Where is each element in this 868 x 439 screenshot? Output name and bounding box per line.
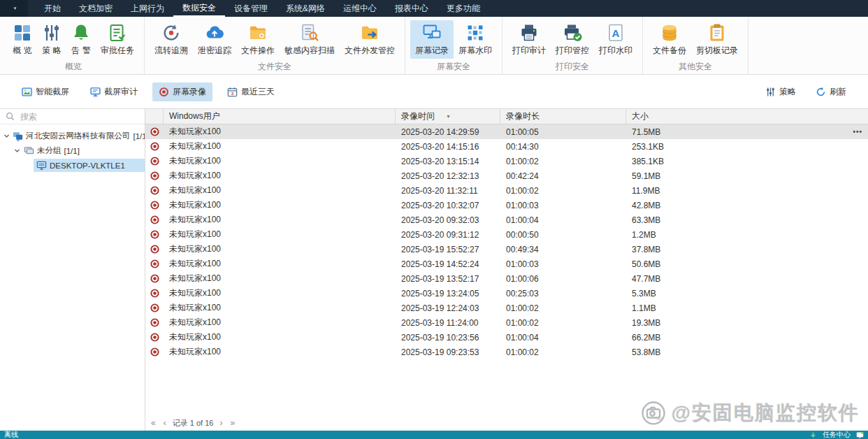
row-time: 2025-03-20 09:31:12 bbox=[396, 230, 500, 240]
screen-record-icon bbox=[422, 23, 442, 43]
record-dot-icon bbox=[150, 171, 159, 180]
message-icon[interactable] bbox=[856, 431, 864, 439]
ribbon-item-file-backup[interactable]: 文件备份 bbox=[648, 20, 691, 59]
row-user: 未知玩家x100 bbox=[164, 331, 396, 343]
ribbon-item-file-send-control[interactable]: 文件外发管控 bbox=[340, 20, 400, 59]
table-row[interactable]: 未知玩家x1002025-03-20 13:15:1401:00:02385.1… bbox=[145, 154, 868, 168]
toolbar-button-last-three-days[interactable]: 3最近三天 bbox=[221, 82, 281, 101]
tree-item-ungrouped[interactable]: 未分组[1/1] bbox=[0, 143, 145, 158]
row-duration: 01:00:02 bbox=[500, 303, 626, 313]
ribbon-item-alert[interactable]: 告 警 bbox=[66, 20, 96, 59]
filter-dropdown-icon[interactable]: ▼ bbox=[446, 114, 451, 119]
ribbon-item-print-watermark[interactable]: A打印水印 bbox=[594, 20, 637, 59]
task-center-button[interactable]: 任务中心 bbox=[823, 430, 851, 439]
menu-item-doc-encrypt[interactable]: 文档加密 bbox=[70, 0, 122, 17]
table-row[interactable]: 未知玩家x1002025-03-19 11:24:0001:00:0219.3M… bbox=[145, 315, 868, 330]
row-time: 2025-03-19 09:23:53 bbox=[396, 347, 500, 357]
menu-item-device-mgmt[interactable]: 设备管理 bbox=[225, 0, 277, 17]
row-duration: 00:49:34 bbox=[500, 245, 626, 254]
search-input[interactable] bbox=[19, 111, 139, 122]
row-duration: 01:00:02 bbox=[500, 186, 626, 196]
last-page-button[interactable]: » bbox=[229, 419, 236, 427]
column-header-label: 录像时间 bbox=[401, 110, 435, 122]
menu-item-data-security[interactable]: 数据安全 bbox=[173, 0, 225, 17]
row-time: 2025-03-20 12:32:13 bbox=[396, 171, 500, 181]
ribbon-item-policy[interactable]: 策 略 bbox=[37, 20, 66, 59]
table-row[interactable]: 未知玩家x1002025-03-20 12:32:1300:42:2459.1M… bbox=[145, 168, 868, 183]
column-header-user[interactable]: Windows用户 bbox=[164, 109, 396, 124]
record-dot-icon bbox=[150, 259, 159, 268]
table-row[interactable]: 未知玩家x1002025-03-20 14:29:5901:00:0571.5M… bbox=[145, 124, 868, 139]
menu-item-report-center[interactable]: 报表中心 bbox=[386, 0, 437, 17]
tree-item-label: DESKTOP-VLKTLE1 bbox=[50, 161, 125, 170]
table-row[interactable]: 未知玩家x1002025-03-20 09:32:0301:00:0463.3M… bbox=[145, 213, 868, 227]
first-page-button[interactable]: « bbox=[150, 419, 157, 427]
menu-item-sys-network[interactable]: 系统&网络 bbox=[277, 0, 334, 17]
ribbon-item-content-scan[interactable]: 敏感内容扫描 bbox=[280, 20, 340, 59]
calendar-icon: 3 bbox=[227, 87, 238, 97]
table-row[interactable]: 未知玩家x1002025-03-19 14:52:2401:00:0350.6M… bbox=[145, 257, 868, 271]
ribbon-item-screen-record[interactable]: 屏幕记录 bbox=[410, 20, 454, 59]
record-dot-icon bbox=[150, 318, 159, 327]
column-header-duration[interactable]: 录像时长 bbox=[500, 109, 626, 124]
table-row[interactable]: 未知玩家x1002025-03-20 09:31:1200:00:501.2MB bbox=[145, 227, 868, 242]
row-duration: 01:00:06 bbox=[500, 274, 626, 284]
ribbon-item-print-control[interactable]: 打印管控 bbox=[551, 20, 594, 59]
menubar: ▾ 开始文档加密上网行为数据安全设备管理系统&网络运维中心报表中心更多功能 bbox=[0, 0, 868, 17]
row-time: 2025-03-20 14:29:59 bbox=[396, 127, 500, 137]
tree-item-company[interactable]: 河北安固云网络科技有限公司[1/1] bbox=[0, 129, 145, 143]
printer-check-icon bbox=[563, 23, 582, 43]
tree-item-desktop-vlktle1[interactable]: DESKTOP-VLKTLE1 bbox=[0, 158, 145, 173]
ribbon-item-label: 打印审计 bbox=[512, 45, 546, 57]
ribbon-item-flow-trace[interactable]: 流转追溯 bbox=[150, 20, 193, 59]
ribbon-item-label: 屏幕水印 bbox=[458, 45, 492, 57]
column-header-size[interactable]: 大小 bbox=[626, 109, 868, 124]
table-row[interactable]: 未知玩家x1002025-03-19 09:23:5301:00:0253.8M… bbox=[145, 345, 868, 359]
ribbon-group-overview: 概 览策 略告 警审批任务概览 bbox=[3, 17, 145, 74]
column-header-label: 录像时长 bbox=[506, 110, 540, 122]
ribbon-item-print-audit[interactable]: 打印审计 bbox=[507, 20, 551, 59]
row-user: 未知玩家x100 bbox=[164, 302, 396, 314]
toolbar-button-refresh[interactable]: 刷新 bbox=[809, 82, 853, 101]
toolbar-button-screen-recording[interactable]: 屏幕录像 bbox=[152, 82, 212, 101]
record-dot-icon bbox=[150, 186, 159, 195]
folder-out-icon bbox=[360, 23, 379, 43]
ribbon-item-screen-watermark[interactable]: 屏幕水印 bbox=[454, 20, 497, 59]
ribbon-item-overview[interactable]: 概 览 bbox=[8, 20, 37, 59]
menu-item-web-behavior[interactable]: 上网行为 bbox=[122, 0, 173, 17]
row-duration: 00:14:30 bbox=[500, 142, 626, 152]
ribbon-item-approval-task[interactable]: 审批任务 bbox=[96, 20, 139, 59]
ribbon-item-file-ops[interactable]: 文件操作 bbox=[236, 20, 280, 59]
menu-item-ops-center[interactable]: 运维中心 bbox=[334, 0, 386, 17]
table-row[interactable]: 未知玩家x1002025-03-19 13:24:0500:25:035.3MB bbox=[145, 286, 868, 301]
app-menu-button[interactable]: ▾ bbox=[0, 0, 28, 17]
ribbon-item-leak-track[interactable]: 泄密追踪 bbox=[193, 20, 236, 59]
table-row[interactable]: 未知玩家x1002025-03-19 15:52:2700:49:3437.8M… bbox=[145, 242, 868, 257]
row-time: 2025-03-20 10:32:07 bbox=[396, 201, 500, 210]
next-page-button[interactable]: › bbox=[218, 419, 224, 427]
table-row[interactable]: 未知玩家x1002025-03-19 10:23:5601:00:0466.2M… bbox=[145, 330, 868, 345]
ribbon-item-clipboard-record[interactable]: 剪切板记录 bbox=[691, 20, 743, 59]
menu-item-start[interactable]: 开始 bbox=[35, 0, 70, 17]
chevron-down-icon[interactable] bbox=[14, 147, 21, 154]
menu-item-more-features[interactable]: 更多功能 bbox=[437, 0, 489, 17]
table-row[interactable]: 未知玩家x1002025-03-19 12:24:0301:00:021.1MB bbox=[145, 301, 868, 315]
row-size: 71.5MB bbox=[626, 127, 868, 137]
row-size: 59.1MB bbox=[626, 171, 868, 181]
row-duration: 00:42:24 bbox=[500, 171, 626, 181]
table-row[interactable]: 未知玩家x1002025-03-20 10:32:0701:00:0342.8M… bbox=[145, 198, 868, 213]
image-icon bbox=[22, 87, 32, 97]
table-row[interactable]: 未知玩家x1002025-03-20 14:15:1600:14:30253.1… bbox=[145, 139, 868, 154]
column-header-time[interactable]: 录像时间▼ bbox=[396, 109, 500, 124]
row-user: 未知玩家x100 bbox=[164, 199, 396, 211]
computer-icon bbox=[36, 160, 47, 171]
row-actions-button[interactable]: ••• bbox=[853, 124, 862, 139]
prev-page-button[interactable]: ‹ bbox=[162, 419, 168, 427]
table-row[interactable]: 未知玩家x1002025-03-20 11:32:1101:00:0211.9M… bbox=[145, 183, 868, 198]
toolbar-button-smart-screenshot[interactable]: 智能截屏 bbox=[15, 82, 75, 101]
row-size: 5.3MB bbox=[626, 289, 868, 298]
chevron-down-icon[interactable] bbox=[3, 133, 10, 139]
toolbar-button-policy[interactable]: 策略 bbox=[759, 82, 802, 101]
toolbar-button-screenshot-audit[interactable]: 截屏审计 bbox=[84, 82, 144, 101]
table-row[interactable]: 未知玩家x1002025-03-19 13:52:1701:00:0647.7M… bbox=[145, 271, 868, 286]
